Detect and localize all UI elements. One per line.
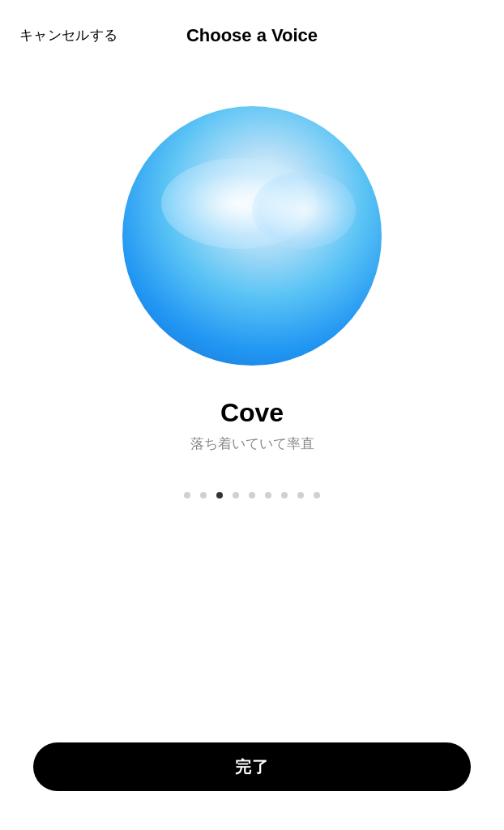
dot-7[interactable]	[281, 492, 288, 498]
dot-3[interactable]	[216, 492, 223, 498]
dot-4[interactable]	[233, 492, 239, 498]
main-content: Cove 落ち着いていて率直	[0, 58, 504, 498]
voice-description: 落ち着いていて率直	[190, 434, 314, 453]
page-title: Choose a Voice	[186, 25, 318, 46]
bottom-area: 完了	[0, 742, 504, 791]
done-button[interactable]: 完了	[33, 742, 471, 791]
dot-9[interactable]	[314, 492, 320, 498]
pagination-dots	[184, 492, 320, 498]
dot-2[interactable]	[200, 492, 207, 498]
dot-5[interactable]	[249, 492, 255, 498]
avatar-cloud-2	[252, 171, 356, 249]
dot-1[interactable]	[184, 492, 190, 498]
voice-avatar	[122, 106, 382, 366]
header: キャンセルする Choose a Voice	[0, 0, 504, 58]
voice-name: Cove	[220, 398, 284, 428]
voice-avatar-background	[122, 106, 382, 366]
cancel-button[interactable]: キャンセルする	[19, 26, 117, 45]
dot-6[interactable]	[265, 492, 271, 498]
dot-8[interactable]	[297, 492, 304, 498]
